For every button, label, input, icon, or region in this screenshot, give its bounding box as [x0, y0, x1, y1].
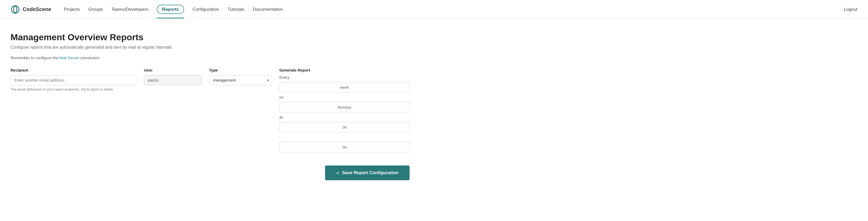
logo-text: CodeScene [23, 6, 51, 12]
every-label: Every [279, 75, 289, 79]
checkmark-icon: ✓ [336, 170, 339, 175]
hour-input[interactable] [279, 122, 410, 132]
nav-item-tutorials[interactable]: Tutorials [227, 7, 244, 12]
colon-separator: : [279, 135, 280, 139]
page-title: Management Overview Reports [10, 32, 410, 43]
type-group: Type management developer executive ▾ [209, 68, 272, 85]
user-input [144, 75, 202, 85]
mail-server-notice: Remember to configure the Mail Server co… [10, 56, 410, 60]
generate-report-group: Generate Report Every on at : [279, 68, 410, 152]
on-label: on [279, 95, 284, 100]
type-label: Type [209, 68, 272, 72]
frequency-input[interactable] [279, 82, 410, 92]
svg-point-0 [11, 5, 19, 13]
save-button-label: Save Report Configuration [342, 170, 399, 175]
nav-link-reports[interactable]: Reports [157, 5, 184, 14]
mail-notice-before: Remember to configure the [10, 56, 59, 60]
mail-server-link[interactable]: Mail Server [59, 56, 79, 60]
user-label: User [144, 68, 202, 72]
logo-icon [10, 5, 20, 14]
type-select[interactable]: management developer executive [209, 75, 272, 85]
at-label: at [279, 115, 283, 119]
nav-item-teams[interactable]: Teams/Developers [111, 7, 148, 12]
type-select-wrapper: management developer executive ▾ [209, 75, 272, 85]
nav-item-groups[interactable]: Groups [88, 7, 103, 12]
nav-link-configuration[interactable]: Configuration [192, 7, 219, 13]
generate-report-row: Every on at : [279, 75, 410, 152]
nav-item-configuration[interactable]: Configuration [192, 7, 219, 12]
nav-links: Projects Groups Teams/Developers Reports… [64, 7, 283, 12]
form-grid: Recipient The email addresses to your re… [10, 68, 410, 152]
recipient-hint: The email addresses to your report recip… [10, 87, 136, 91]
page-subtitle: Configure reports that are automatically… [10, 45, 410, 50]
nav-link-documentation[interactable]: Documentation [253, 7, 283, 13]
nav-item-projects[interactable]: Projects [64, 7, 80, 12]
save-btn-row: ✓ Save Report Configuration [10, 165, 410, 180]
navbar-left: CodeScene Projects Groups Teams/Develope… [10, 5, 283, 14]
nav-link-projects[interactable]: Projects [64, 7, 80, 13]
nav-link-tutorials[interactable]: Tutorials [227, 7, 244, 13]
nav-link-groups[interactable]: Groups [88, 7, 103, 13]
svg-point-1 [14, 6, 17, 12]
generate-report-label: Generate Report [279, 68, 410, 72]
nav-link-teams[interactable]: Teams/Developers [111, 7, 148, 13]
logout-button[interactable]: Logout [844, 7, 858, 12]
user-group: User [144, 68, 202, 85]
main-content: Management Overview Reports Configure re… [0, 19, 420, 196]
recipient-group: Recipient The email addresses to your re… [10, 68, 136, 91]
minute-input[interactable] [279, 142, 410, 152]
mail-notice-after: connection. [79, 56, 100, 60]
nav-item-reports[interactable]: Reports [157, 7, 184, 12]
day-input[interactable] [279, 102, 410, 112]
logo[interactable]: CodeScene [10, 5, 51, 14]
save-report-button[interactable]: ✓ Save Report Configuration [325, 165, 410, 180]
recipient-input[interactable] [10, 75, 136, 85]
navbar: CodeScene Projects Groups Teams/Develope… [0, 0, 868, 19]
recipient-label: Recipient [10, 68, 136, 72]
nav-item-documentation[interactable]: Documentation [253, 7, 283, 12]
